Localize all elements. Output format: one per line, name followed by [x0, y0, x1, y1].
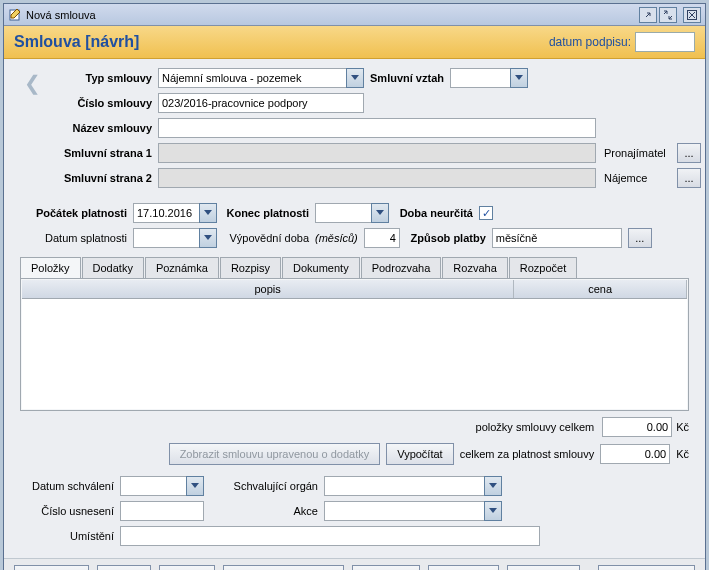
konec-input: [315, 203, 371, 223]
calc-button[interactable]: Vypočítat: [386, 443, 453, 465]
chevron-down-icon[interactable]: [371, 203, 389, 223]
tab-podrozvaha[interactable]: Podrozvaha: [361, 257, 442, 278]
prev-arrow-icon[interactable]: ❮: [20, 67, 45, 99]
typ-smlouvy-combo[interactable]: [158, 68, 364, 88]
items-total-value: [602, 417, 672, 437]
chevron-down-icon[interactable]: [510, 68, 528, 88]
strana1-browse-button[interactable]: ...: [677, 143, 701, 163]
vypovedni-input[interactable]: [364, 228, 400, 248]
splatnost-combo[interactable]: [133, 228, 217, 248]
nazev-smlouvy-input[interactable]: [158, 118, 596, 138]
smluvni-vztah-input[interactable]: [450, 68, 510, 88]
cislo-smlouvy-input[interactable]: [158, 93, 364, 113]
sign-date-label: datum podpisu:: [549, 35, 631, 49]
tisk-button[interactable]: Tisk detailu smlouvy: [223, 565, 344, 570]
chevron-down-icon[interactable]: [186, 476, 204, 496]
cislo-smlouvy-label: Číslo smlouvy: [53, 97, 158, 109]
items-total-label: položky smlouvy celkem: [476, 421, 599, 433]
registr-button[interactable]: Registr smluv...: [598, 565, 695, 570]
organ-label: Schvalující orgán: [204, 480, 324, 492]
neurcita-label: Doba neurčitá: [389, 207, 479, 219]
tab-polozky[interactable]: Položky: [20, 257, 81, 278]
content: ❮ Typ smlouvy Smluvní vztah Číslo smlo: [4, 59, 705, 558]
maximize-button[interactable]: [659, 7, 677, 23]
tab-poznamka[interactable]: Poznámka: [145, 257, 219, 278]
nazev-smlouvy-label: Název smlouvy: [53, 122, 158, 134]
col-cena[interactable]: cena: [514, 280, 687, 298]
tabs: Položky Dodatky Poznámka Rozpisy Dokumen…: [20, 257, 689, 278]
usneseni-label: Číslo usnesení: [20, 505, 120, 517]
chevron-down-icon[interactable]: [346, 68, 364, 88]
storno-button[interactable]: Storno: [97, 565, 151, 570]
pocatek-input[interactable]: [133, 203, 199, 223]
page-title: Smlouva [návrh]: [14, 33, 549, 51]
tab-rozvaha[interactable]: Rozvaha: [442, 257, 507, 278]
tab-rozpocet[interactable]: Rozpočet: [509, 257, 577, 278]
strana2-input: [158, 168, 596, 188]
show-amend-button[interactable]: Zobrazit smlouvu upravenou o dodatky: [169, 443, 381, 465]
strana1-role: Pronajímatel: [596, 147, 671, 159]
vypovedni-unit: (měsíců): [315, 232, 364, 244]
archivovat-button[interactable]: Archivovat: [507, 565, 580, 570]
chevron-down-icon[interactable]: [484, 476, 502, 496]
strana2-browse-button[interactable]: ...: [677, 168, 701, 188]
grid-body[interactable]: [22, 299, 687, 409]
sign-date-input[interactable]: [635, 32, 695, 52]
smluvni-vztah-label: Smluvní vztah: [364, 72, 450, 84]
currency-label-2: Kč: [676, 448, 689, 460]
tab-rozpisy[interactable]: Rozpisy: [220, 257, 281, 278]
chevron-down-icon[interactable]: [484, 501, 502, 521]
datum-schvaleni-label: Datum schválení: [20, 480, 120, 492]
splatnost-label: Datum splatnosti: [20, 232, 133, 244]
akce-combo[interactable]: [324, 501, 502, 521]
splatnost-input[interactable]: [133, 228, 199, 248]
validity-total-label: celkem za platnost smlouvy: [460, 448, 595, 460]
edit-icon: [8, 8, 22, 22]
currency-label: Kč: [676, 421, 689, 433]
strana1-input: [158, 143, 596, 163]
strana1-label: Smluvní strana 1: [53, 147, 158, 159]
typ-smlouvy-input[interactable]: [158, 68, 346, 88]
window: Nová smlouva Smlouva [návrh] datum podpi…: [3, 3, 706, 570]
header-band: Smlouva [návrh] datum podpisu:: [4, 26, 705, 59]
novy-button[interactable]: Nový...: [159, 565, 215, 570]
validity-total-value: [600, 444, 670, 464]
organ-input[interactable]: [324, 476, 484, 496]
tab-dokumenty[interactable]: Dokumenty: [282, 257, 360, 278]
ok-button[interactable]: Ok-Uzavřít: [14, 565, 89, 570]
zneplatnit-button[interactable]: Zneplatnit: [428, 565, 498, 570]
umisteni-input[interactable]: [120, 526, 540, 546]
tab-dodatky[interactable]: Dodatky: [82, 257, 144, 278]
konec-combo[interactable]: [315, 203, 389, 223]
zpusob-input[interactable]: [492, 228, 622, 248]
podepsat-button[interactable]: Podepsat: [352, 565, 420, 570]
close-button[interactable]: [683, 7, 701, 23]
zpusob-browse-button[interactable]: ...: [628, 228, 652, 248]
neurcita-checkbox[interactable]: [479, 206, 493, 220]
grid-header: popis cena: [22, 280, 687, 299]
akce-label: Akce: [204, 505, 324, 517]
typ-smlouvy-label: Typ smlouvy: [53, 72, 158, 84]
detach-button[interactable]: [639, 7, 657, 23]
konec-label: Konec platnosti: [217, 207, 315, 219]
strana2-role: Nájemce: [596, 172, 671, 184]
datum-schvaleni-combo[interactable]: [120, 476, 204, 496]
col-popis[interactable]: popis: [22, 280, 514, 298]
strana2-label: Smluvní strana 2: [53, 172, 158, 184]
zpusob-label: Způsob platby: [400, 232, 492, 244]
smluvni-vztah-combo[interactable]: [450, 68, 528, 88]
usneseni-input[interactable]: [120, 501, 204, 521]
chevron-down-icon[interactable]: [199, 228, 217, 248]
vypovedni-label: Výpovědní doba: [217, 232, 315, 244]
pocatek-label: Počátek platnosti: [20, 207, 133, 219]
bottom-bar: Ok-Uzavřít Storno Nový... Tisk detailu s…: [4, 558, 705, 570]
pocatek-combo[interactable]: [133, 203, 217, 223]
organ-combo[interactable]: [324, 476, 502, 496]
umisteni-label: Umístění: [20, 530, 120, 542]
window-title: Nová smlouva: [26, 9, 637, 21]
tab-panel: popis cena: [20, 278, 689, 411]
datum-schvaleni-input[interactable]: [120, 476, 186, 496]
akce-input[interactable]: [324, 501, 484, 521]
chevron-down-icon[interactable]: [199, 203, 217, 223]
titlebar: Nová smlouva: [4, 4, 705, 26]
